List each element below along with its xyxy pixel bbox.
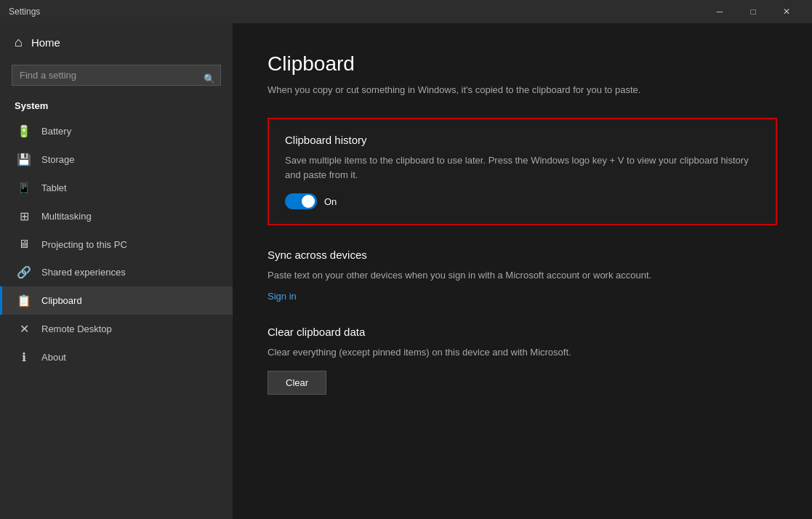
content-area: Clipboard When you copy or cut something… — [233, 23, 812, 519]
clear-section: Clear clipboard data Clear everything (e… — [268, 326, 777, 395]
sync-description: Paste text on your other devices when yo… — [268, 268, 777, 283]
clipboard-icon: 📋 — [17, 294, 31, 307]
about-icon: ℹ — [17, 350, 31, 364]
sidebar-item-label-projecting: Projecting to this PC — [41, 239, 127, 250]
main-container: ⌂ Home 🔍 System 🔋Battery💾Storage📱Tablet⊞… — [0, 23, 812, 519]
titlebar-controls: ─ □ ✕ — [703, 0, 803, 23]
sidebar-item-label-storage: Storage — [41, 154, 75, 165]
sidebar: ⌂ Home 🔍 System 🔋Battery💾Storage📱Tablet⊞… — [0, 23, 233, 519]
nav-list: 🔋Battery💾Storage📱Tablet⊞Multitasking🖥Pro… — [0, 117, 233, 371]
clear-title: Clear clipboard data — [268, 326, 777, 338]
sign-in-link[interactable]: Sign in — [268, 291, 297, 302]
home-label: Home — [31, 36, 60, 49]
toggle-label: On — [324, 196, 337, 207]
sidebar-item-about[interactable]: ℹAbout — [0, 343, 233, 371]
battery-icon: 🔋 — [17, 124, 31, 138]
sidebar-item-label-about: About — [41, 352, 66, 363]
clipboard-history-section: Clipboard history Save multiple items to… — [268, 118, 777, 226]
sidebar-item-clipboard[interactable]: 📋Clipboard — [0, 286, 233, 315]
clear-description: Clear everything (except pinned items) o… — [268, 345, 777, 361]
sidebar-home-button[interactable]: ⌂ Home — [0, 23, 233, 62]
clear-button[interactable]: Clear — [268, 371, 326, 395]
toggle-knob — [302, 195, 315, 208]
toggle-row: On — [285, 193, 760, 209]
sidebar-item-label-clipboard: Clipboard — [41, 295, 82, 306]
sync-section: Sync across devices Paste text on your o… — [268, 249, 777, 302]
projecting-icon: 🖥 — [17, 238, 31, 251]
system-label: System — [0, 94, 233, 117]
sidebar-item-multitasking[interactable]: ⊞Multitasking — [0, 202, 233, 230]
page-description: When you copy or cut something in Window… — [268, 83, 777, 97]
shared-icon: 🔗 — [17, 265, 31, 279]
sidebar-item-label-multitasking: Multitasking — [41, 211, 92, 222]
sidebar-item-label-remote: Remote Desktop — [41, 323, 112, 334]
sidebar-item-storage[interactable]: 💾Storage — [0, 145, 233, 174]
history-title: Clipboard history — [285, 134, 760, 146]
sidebar-item-label-shared: Shared experiences — [41, 267, 126, 278]
sync-title: Sync across devices — [268, 249, 777, 261]
sidebar-item-shared[interactable]: 🔗Shared experiences — [0, 258, 233, 286]
sidebar-item-remote[interactable]: ✕Remote Desktop — [0, 315, 233, 343]
history-description: Save multiple items to the clipboard to … — [285, 153, 760, 184]
storage-icon: 💾 — [17, 153, 31, 166]
home-icon: ⌂ — [15, 35, 23, 50]
sidebar-item-battery[interactable]: 🔋Battery — [0, 117, 233, 145]
minimize-button[interactable]: ─ — [703, 0, 736, 23]
titlebar-title: Settings — [9, 7, 703, 17]
clipboard-history-toggle[interactable] — [285, 193, 317, 209]
titlebar: Settings ─ □ ✕ — [0, 0, 812, 23]
search-button[interactable]: 🔍 — [201, 70, 218, 86]
sidebar-item-projecting[interactable]: 🖥Projecting to this PC — [0, 230, 233, 258]
search-container: 🔍 — [0, 62, 233, 94]
sidebar-item-label-battery: Battery — [41, 126, 71, 137]
search-input[interactable] — [12, 65, 221, 86]
sidebar-item-tablet[interactable]: 📱Tablet — [0, 174, 233, 202]
maximize-button[interactable]: □ — [736, 0, 770, 23]
remote-icon: ✕ — [17, 322, 31, 336]
sidebar-item-label-tablet: Tablet — [41, 182, 67, 193]
multitasking-icon: ⊞ — [17, 209, 31, 223]
page-title: Clipboard — [268, 52, 777, 76]
tablet-icon: 📱 — [17, 181, 31, 195]
close-button[interactable]: ✕ — [770, 0, 803, 23]
